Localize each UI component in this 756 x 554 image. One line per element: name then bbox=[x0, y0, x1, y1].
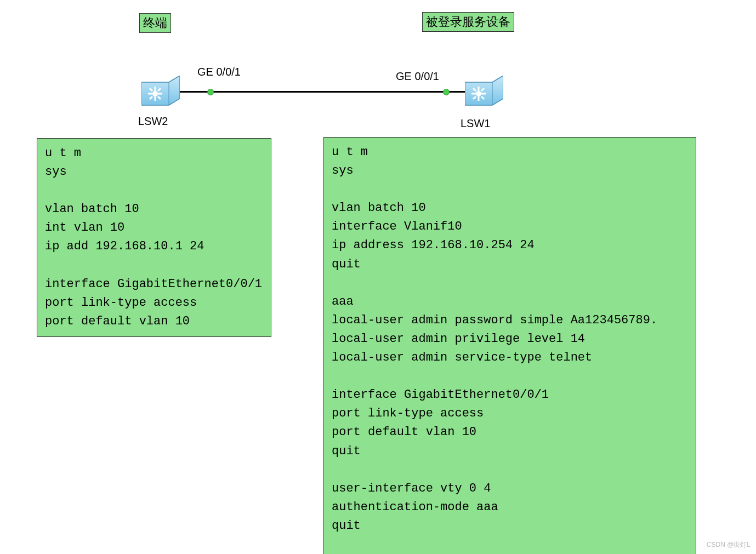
switch-icon-lsw1 bbox=[465, 76, 503, 108]
config-box-lsw1: u t m sys vlan batch 10 interface Vlanif… bbox=[323, 137, 696, 554]
config-box-lsw2: u t m sys vlan batch 10 int vlan 10 ip a… bbox=[37, 138, 271, 337]
svg-marker-0 bbox=[141, 76, 180, 105]
label-server-device: 被登录服务设备 bbox=[422, 12, 514, 32]
device-label-lsw2: LSW2 bbox=[138, 115, 168, 128]
port-label-left: GE 0/0/1 bbox=[197, 66, 241, 78]
label-terminal: 终端 bbox=[139, 13, 171, 33]
switch-icon-lsw2 bbox=[141, 76, 180, 108]
svg-point-15 bbox=[476, 91, 481, 96]
svg-marker-12 bbox=[465, 76, 503, 105]
device-label-lsw1: LSW1 bbox=[461, 117, 490, 130]
watermark: CSDN @街灯L bbox=[707, 540, 751, 550]
svg-point-3 bbox=[152, 91, 158, 96]
link-dot-right bbox=[443, 89, 450, 95]
link-dot-left bbox=[207, 89, 214, 95]
port-label-right: GE 0/0/1 bbox=[396, 70, 439, 83]
link-line bbox=[180, 91, 465, 93]
